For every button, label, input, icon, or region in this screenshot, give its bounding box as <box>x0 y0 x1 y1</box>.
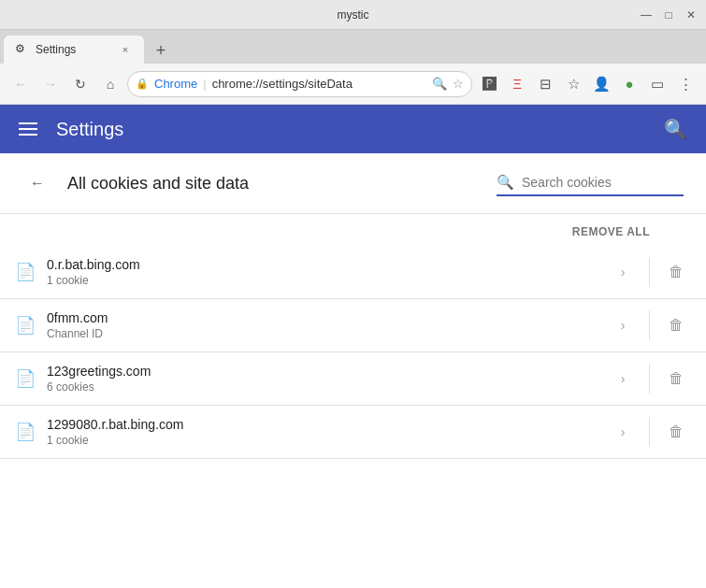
maximize-button[interactable]: □ <box>661 7 676 22</box>
settings-tab[interactable]: ⚙ Settings × <box>4 36 144 64</box>
settings-header: Settings 🔍 <box>0 105 706 153</box>
cookie-item-3: 📄 1299080.r.bat.bing.com 1 cookie › 🗑 <box>0 406 706 459</box>
cookie-name-1: 0fmm.com <box>47 310 597 325</box>
hamburger-line-1 <box>19 122 37 124</box>
address-path: chrome://settings/siteData <box>212 77 353 91</box>
search-box-icon: 🔍 <box>497 174 514 191</box>
cookie-name-0: 0.r.bat.bing.com <box>47 257 597 272</box>
hamburger-button[interactable] <box>15 119 41 139</box>
cookie-item-2: 📄 123greetings.com 6 cookies › 🗑 <box>0 352 706 406</box>
cookie-info-1: 0fmm.com Channel ID <box>47 310 597 340</box>
cookie-expand-1[interactable]: › <box>608 310 638 340</box>
cookie-divider-3 <box>649 417 650 447</box>
cookie-delete-3[interactable]: 🗑 <box>661 417 691 447</box>
address-separator: | <box>203 77 206 91</box>
close-button[interactable]: ✕ <box>684 7 699 22</box>
search-cookies-input[interactable] <box>522 175 671 190</box>
cookie-divider-1 <box>649 310 650 340</box>
navbar: ← → ↻ ⌂ 🔒 Chrome | chrome://settings/sit… <box>0 64 706 105</box>
file-icon-2: 📄 <box>15 368 36 389</box>
address-bar[interactable]: 🔒 Chrome | chrome://settings/siteData 🔍 … <box>127 71 472 97</box>
cookie-item-0: 📄 0.r.bat.bing.com 1 cookie › 🗑 <box>0 246 706 299</box>
bookmark-icon: ☆ <box>453 77 464 91</box>
settings-title: Settings <box>56 119 645 140</box>
cookie-info-2: 123greetings.com 6 cookies <box>47 364 597 394</box>
cookie-sub-3: 1 cookie <box>47 434 597 447</box>
address-search-icon: 🔍 <box>432 77 447 91</box>
cookie-divider-0 <box>649 257 650 287</box>
cookie-expand-2[interactable]: › <box>608 364 638 394</box>
bookmark-list-icon[interactable]: ⊟ <box>532 71 558 97</box>
forward-button[interactable]: → <box>37 71 64 97</box>
cookies-title: All cookies and site data <box>67 174 482 194</box>
settings-tab-label: Settings <box>36 43 76 56</box>
cookie-list: 📄 0.r.bat.bing.com 1 cookie › 🗑 📄 0fmm.c… <box>0 246 706 459</box>
reload-button[interactable]: ↻ <box>67 71 94 97</box>
remove-all-row: REMOVE ALL <box>0 214 706 246</box>
tabbar: ⚙ Settings × + <box>0 30 706 64</box>
cookie-expand-3[interactable]: › <box>608 417 638 447</box>
settings-search-button[interactable]: 🔍 <box>660 114 691 144</box>
cookie-delete-0[interactable]: 🗑 <box>661 257 691 287</box>
username-label: mystic <box>338 8 369 22</box>
lock-icon: 🔒 <box>136 78 149 90</box>
file-icon-0: 📄 <box>15 262 36 282</box>
cookie-item-1: 📄 0fmm.com Channel ID › 🗑 <box>0 299 706 352</box>
file-icon-3: 📄 <box>15 422 36 442</box>
cookie-name-3: 1299080.r.bat.bing.com <box>47 417 597 432</box>
tab-close-button[interactable]: × <box>118 42 133 57</box>
minimize-button[interactable]: — <box>639 7 654 22</box>
titlebar-controls: — □ ✕ <box>639 7 699 22</box>
cookie-sub-2: 6 cookies <box>47 380 597 394</box>
cast-icon[interactable]: ▭ <box>644 71 670 97</box>
star-icon[interactable]: ☆ <box>560 71 586 97</box>
home-button[interactable]: ⌂ <box>97 71 123 97</box>
back-button[interactable]: ← <box>7 71 34 97</box>
address-brand: Chrome <box>154 77 197 91</box>
menu-icon[interactable]: ⋮ <box>672 71 699 97</box>
cookie-delete-2[interactable]: 🗑 <box>661 364 691 394</box>
reader-icon[interactable]: Ξ <box>504 71 530 97</box>
cookie-divider-2 <box>649 364 650 394</box>
cookie-info-3: 1299080.r.bat.bing.com 1 cookie <box>47 417 597 447</box>
cookies-back-button[interactable]: ← <box>22 168 52 198</box>
file-icon-1: 📄 <box>15 315 36 336</box>
cookie-name-2: 123greetings.com <box>47 364 597 379</box>
new-tab-button[interactable]: + <box>148 37 174 64</box>
sync-icon[interactable]: 👤 <box>588 71 614 97</box>
navbar-icons: 🅿 Ξ ⊟ ☆ 👤 ● ▭ ⋮ <box>476 71 699 97</box>
hamburger-line-2 <box>19 128 37 130</box>
green-icon[interactable]: ● <box>616 71 642 97</box>
settings-tab-icon: ⚙ <box>15 42 30 57</box>
search-box[interactable]: 🔍 <box>497 170 684 196</box>
cookie-sub-1: Channel ID <box>47 327 597 340</box>
remove-all-button[interactable]: REMOVE ALL <box>572 225 650 238</box>
cookie-delete-1[interactable]: 🗑 <box>661 310 691 340</box>
cookie-sub-0: 1 cookie <box>47 274 597 287</box>
content-area: ← All cookies and site data 🔍 REMOVE ALL… <box>0 153 706 588</box>
cookie-info-0: 0.r.bat.bing.com 1 cookie <box>47 257 597 287</box>
cookies-header: ← All cookies and site data 🔍 <box>0 153 706 214</box>
hamburger-line-3 <box>19 134 37 136</box>
cookie-expand-0[interactable]: › <box>608 257 638 287</box>
pocket-icon[interactable]: 🅿 <box>476 71 502 97</box>
titlebar: mystic — □ ✕ <box>0 0 706 30</box>
